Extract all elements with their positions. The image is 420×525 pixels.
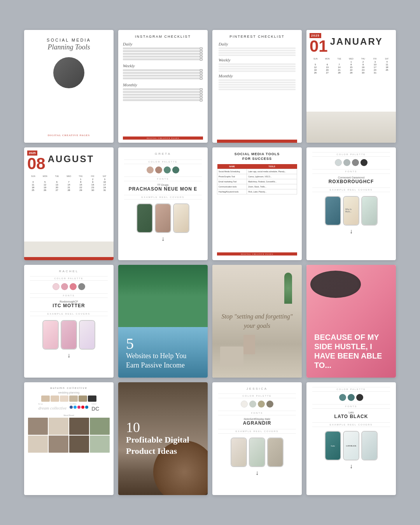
card6-color2 — [155, 166, 162, 173]
card15-font1: NotoSerifDisplay Italic — [243, 418, 271, 420]
card5-header: 2025 08 AUGUST — [24, 147, 114, 173]
card2-wline3 — [123, 75, 203, 77]
card14-content: 10 Profitable Digital Product Ideas — [118, 382, 208, 495]
card2-mline1 — [123, 88, 203, 90]
card12-content: BECAUSE OF MY SIDE HUSTLE, I HAVE BEEN A… — [306, 265, 396, 378]
table-row: Email marketing Tool Mailchimp, Flodesk,… — [217, 179, 297, 184]
table-row: Social Media Scheduling Later app, socia… — [217, 169, 297, 174]
card3-d4 — [219, 54, 296, 56]
card-passive-income: 5 Websites to Help You Earn Passive Inco… — [118, 265, 208, 378]
card-stop-goals: Stop "setting and forgetting" your goals — [212, 265, 302, 378]
card-digital-products: 10 Profitable Digital Product Ideas — [118, 382, 208, 495]
card2-title: INSTAGRAM CHECKLIST — [123, 35, 203, 38]
card13-logo-section: My Logo dream collective — [38, 403, 67, 412]
card2-mline2 — [123, 91, 203, 93]
card6-reel-label: EXAMPLE REEL COVERS — [124, 195, 202, 200]
card8-arrow: ↓ — [350, 228, 353, 235]
card16-phone3 — [361, 431, 378, 460]
card-brand-rachel: RACHEL COLOR PALETTE FONTS RoxboroughCF … — [24, 265, 114, 378]
card7-col-tools: TOOLS — [247, 164, 297, 169]
swatch3 — [60, 396, 68, 402]
card1-avatar-img — [53, 57, 84, 88]
card3-monthly-label: Monthly — [219, 74, 296, 78]
card9-reel-label: EXAMPLE REEL COVERS — [30, 312, 108, 316]
card5-grid: SUNMONTUEWEDTHUFRISAT 123 45678910 11121… — [24, 173, 114, 193]
table-row: Photo/Graphic Tool Canva, Lightroom, VSC… — [217, 174, 297, 179]
card8-font-names: Cormorant Garamond ROXBOROUGHCF — [329, 176, 374, 184]
card9-color2 — [61, 283, 68, 290]
card6-fonts-label: FONTS — [124, 177, 202, 181]
card13-social-section: Social Media — [70, 403, 88, 412]
card7-col-name: NAME — [217, 164, 247, 169]
card6-palette-label: COLOR PALETTE — [124, 159, 202, 164]
card6-color1 — [147, 166, 154, 173]
card2-weekly: Weekly — [123, 63, 203, 80]
card15-arrow: ↓ — [256, 469, 259, 476]
card5-day: 08 — [27, 156, 46, 172]
card13-swatches — [28, 396, 110, 402]
card8-fonts-label: FONTS — [312, 169, 390, 174]
card9-phone3 — [79, 320, 95, 350]
swatch4 — [69, 396, 78, 402]
mood-img6 — [49, 436, 68, 453]
mood-img7 — [69, 436, 89, 453]
card16-reel-label: EXAMPLE REEL COVERS — [312, 422, 390, 427]
card5-month: AUGUST — [48, 154, 94, 164]
card2-line4 — [123, 56, 203, 58]
card2-daily: Daily — [123, 42, 203, 61]
card9-phones — [42, 320, 95, 350]
card13-sections: My Logo dream collective Social Media Co… — [28, 403, 110, 412]
card3-w2 — [219, 66, 296, 67]
card8-font2: ROXBOROUGHCF — [329, 179, 374, 184]
card9-color4 — [78, 283, 85, 290]
card13-subtitle: wedding planning — [28, 391, 110, 394]
card2-mline4 — [123, 96, 203, 98]
card3-m1 — [219, 79, 296, 81]
main-grid: SOCIAL MEDIA Planning Tools DIGITAL CREA… — [16, 22, 404, 503]
card3-w4 — [219, 70, 296, 72]
card2-line5 — [123, 58, 203, 60]
instagram-icon — [77, 406, 80, 409]
card3-w3 — [219, 68, 296, 70]
card15-color3 — [258, 401, 265, 408]
swatch1 — [41, 396, 50, 402]
mood-img3 — [69, 418, 89, 435]
card2-monthly: Monthly — [123, 82, 203, 102]
card6-arrow: ↓ — [161, 235, 164, 242]
card6-color3 — [164, 166, 171, 173]
card15-phone3 — [267, 438, 284, 467]
mood-img1 — [28, 418, 48, 435]
card3-footer — [217, 140, 297, 143]
card2-line1 — [123, 47, 203, 49]
card-brand-greta: GRETA COLOR PALETTE FONTS TT Drugs PRACH… — [118, 147, 208, 260]
card-pinterest-checklist: PINTEREST CHECKLIST Daily Weekly Monthly — [212, 30, 302, 143]
card4-day: 01 — [310, 38, 328, 54]
card13-logo-text: dream collective — [38, 406, 67, 410]
card-autumn-collective: autumn collective wedding planning My Lo… — [24, 382, 114, 495]
card3-d3 — [219, 52, 296, 54]
card8-color1 — [335, 159, 342, 166]
card15-colors — [241, 401, 273, 408]
card2-wline2 — [123, 72, 203, 74]
card6-font-names: TT Drugs PRACHASON NEUE MON E — [129, 184, 198, 192]
card3-daily-label: Daily — [219, 42, 296, 46]
card15-phones — [231, 438, 284, 467]
card2-line2 — [123, 50, 203, 52]
card8-color3 — [352, 159, 359, 166]
card16-palette-label: COLOR PALETTE — [312, 387, 390, 392]
card9-font1: RoxboroughCF — [52, 300, 85, 303]
card-calendar-january: 2025 01 JANUARY SUNMONTUEWEDTHUFRISAT 12… — [306, 30, 396, 143]
card9-phone1 — [42, 320, 59, 350]
card15-font2: AGRANDIR — [243, 420, 271, 426]
card3-weekly-label: Weekly — [219, 58, 296, 62]
card16-color2 — [348, 394, 355, 401]
card-side-hustle: BECAUSE OF MY SIDE HUSTLE, I HAVE BEEN A… — [306, 265, 396, 378]
card2-mline3 — [123, 94, 203, 96]
card6-phone3 — [173, 203, 189, 233]
pinterest-icon — [81, 406, 84, 409]
card16-arrow: ↓ — [350, 463, 353, 470]
card-instagram-checklist: INSTAGRAM CHECKLIST Daily Weekly Monthly… — [118, 30, 208, 143]
card7-footer-text: DIGITAL CREATIVE PAGES — [241, 253, 273, 255]
table-row: Communication tools Zoom, Slack, Trello.… — [217, 184, 297, 189]
card6-font1: TT Drugs — [129, 184, 198, 186]
